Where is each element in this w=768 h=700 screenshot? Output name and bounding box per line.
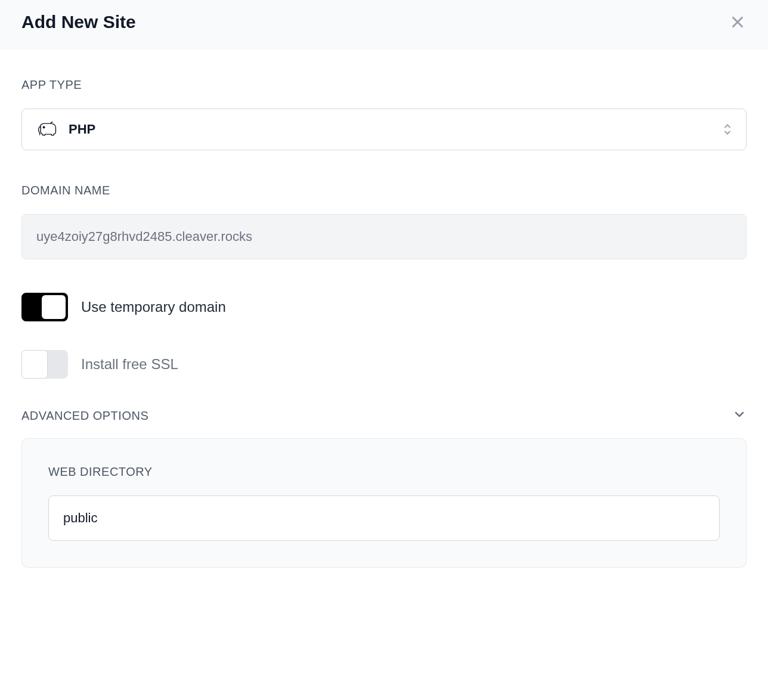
modal-title: Add New Site <box>21 12 136 32</box>
ssl-toggle[interactable] <box>21 350 68 379</box>
ssl-label: Install free SSL <box>81 356 178 373</box>
modal-content: APP TYPE PHP DOMAIN NAME Use temporary d… <box>0 49 768 568</box>
close-button[interactable] <box>729 13 747 31</box>
toggle-knob <box>21 350 48 379</box>
temp-domain-label: Use temporary domain <box>81 299 226 315</box>
app-type-select[interactable]: PHP <box>21 109 747 150</box>
web-directory-input[interactable] <box>48 495 720 541</box>
chevron-down-icon <box>732 407 747 424</box>
modal-header: Add New Site <box>0 0 768 49</box>
app-type-label: APP TYPE <box>21 78 747 92</box>
php-elephant-icon <box>36 121 58 138</box>
toggle-knob <box>42 295 66 319</box>
temp-domain-row: Use temporary domain <box>21 293 747 321</box>
domain-name-input[interactable] <box>21 214 747 259</box>
web-directory-label: WEB DIRECTORY <box>48 465 720 479</box>
domain-name-label: DOMAIN NAME <box>21 184 747 197</box>
svg-point-2 <box>43 126 45 128</box>
select-arrows-icon <box>723 123 732 136</box>
advanced-options-panel: WEB DIRECTORY <box>21 438 747 568</box>
app-type-value: PHP <box>69 122 95 137</box>
temp-domain-toggle[interactable] <box>21 293 68 321</box>
advanced-options-header[interactable]: ADVANCED OPTIONS <box>21 407 747 424</box>
ssl-row: Install free SSL <box>21 350 747 379</box>
close-icon <box>729 13 747 31</box>
advanced-options-label: ADVANCED OPTIONS <box>21 409 148 423</box>
